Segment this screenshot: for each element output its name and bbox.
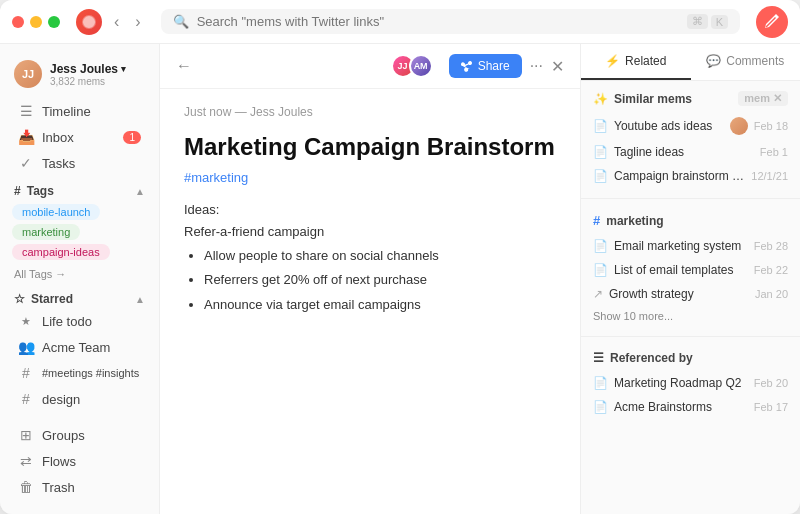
- bullet-1: Allow people to share on social channels: [204, 245, 556, 267]
- search-shortcut: ⌘ K: [687, 14, 728, 29]
- doc-back-button[interactable]: ←: [176, 57, 192, 75]
- back-button[interactable]: ‹: [110, 9, 123, 35]
- sidebar-item-label: Inbox: [42, 130, 74, 145]
- doc-body: Just now — Jess Joules Marketing Campaig…: [160, 89, 580, 514]
- similar-item-1[interactable]: 📄 Youtube ads ideas Feb 18: [593, 112, 788, 140]
- tags-section-label: # Tags: [14, 184, 54, 198]
- bullet-3: Announce via target email campaigns: [204, 294, 556, 316]
- doc-icon: 📄: [593, 119, 608, 133]
- ref-item-2[interactable]: 📄 Acme Brainstorms Feb 17: [593, 395, 788, 419]
- comments-icon: 💬: [706, 54, 721, 68]
- panel-divider-2: [581, 336, 800, 337]
- tab-comments[interactable]: 💬 Comments: [691, 44, 801, 80]
- minimize-traffic-light[interactable]: [30, 16, 42, 28]
- doc-collaborators: JJ AM: [391, 54, 433, 78]
- sidebar-item-groups[interactable]: ⊞ Groups: [4, 422, 155, 448]
- sidebar-item-tasks[interactable]: ✓ Tasks: [4, 150, 155, 176]
- inbox-badge: 1: [123, 131, 141, 144]
- similar-item-3[interactable]: 📄 Campaign brainstorm Q4 12/1/21: [593, 164, 788, 188]
- doc-content-area: ← JJ AM Share ··· ✕ Just now — Jess Joul…: [160, 44, 580, 514]
- star-item-icon: ★: [18, 313, 34, 329]
- sidebar-item-label: Trash: [42, 480, 75, 495]
- sidebar: JJ Jess Joules ▾ 3,832 mems ☰ Timeline 📥…: [0, 44, 160, 514]
- bullet-2: Referrers get 20% off of next purchase: [204, 269, 556, 291]
- trend-icon: ↗: [593, 287, 603, 301]
- hash-design-icon: #: [18, 391, 34, 407]
- main-layout: JJ Jess Joules ▾ 3,832 mems ☰ Timeline 📥…: [0, 0, 800, 514]
- panel-tabs: ⚡ Related 💬 Comments: [581, 44, 800, 81]
- doc-icon: 📄: [593, 400, 608, 414]
- sidebar-item-meetings-insights[interactable]: # #meetings #insights: [4, 360, 155, 386]
- sidebar-item-label: Timeline: [42, 104, 91, 119]
- collaborator-avatar-2: AM: [409, 54, 433, 78]
- sidebar-item-label: Flows: [42, 454, 76, 469]
- sidebar-item-label: Acme Team: [42, 340, 110, 355]
- starred-section-label: ☆ Starred: [14, 292, 73, 306]
- close-traffic-light[interactable]: [12, 16, 24, 28]
- sidebar-item-design[interactable]: # design: [4, 386, 155, 412]
- search-bar[interactable]: 🔍 ⌘ K: [161, 9, 740, 34]
- star-icon: ☆: [14, 292, 25, 306]
- show-more-link[interactable]: Show 10 more...: [593, 306, 788, 326]
- app-logo: [76, 9, 102, 35]
- search-input[interactable]: [197, 14, 679, 29]
- referenced-by-section: ☰ Referenced by 📄 Marketing Roadmap Q2 F…: [581, 341, 800, 425]
- forward-button[interactable]: ›: [131, 9, 144, 35]
- traffic-lights: [12, 16, 60, 28]
- sidebar-item-flows[interactable]: ⇄ Flows: [4, 448, 155, 474]
- compose-button[interactable]: [756, 6, 788, 38]
- doc-icon: 📄: [593, 263, 608, 277]
- panel-divider-1: [581, 198, 800, 199]
- doc-tag[interactable]: #marketing: [184, 170, 556, 185]
- doc-more-button[interactable]: ···: [530, 57, 543, 75]
- doc-icon: 📄: [593, 376, 608, 390]
- doc-icon: 📄: [593, 145, 608, 159]
- sidebar-item-trash[interactable]: 🗑 Trash: [4, 474, 155, 500]
- sidebar-item-timeline[interactable]: ☰ Timeline: [4, 98, 155, 124]
- wand-icon: ✨: [593, 92, 608, 106]
- doc-close-button[interactable]: ✕: [551, 57, 564, 76]
- doc-toolbar: ← JJ AM Share ··· ✕: [160, 44, 580, 89]
- starred-section-header[interactable]: ☆ Starred ▲: [0, 284, 159, 308]
- doc-icon: 📄: [593, 239, 608, 253]
- sidebar-item-label: design: [42, 392, 80, 407]
- maximize-traffic-light[interactable]: [48, 16, 60, 28]
- hash-icon: #: [593, 213, 600, 228]
- tag-mobile-launch[interactable]: mobile-launch: [12, 204, 100, 220]
- sidebar-item-inbox[interactable]: 📥 Inbox 1: [4, 124, 155, 150]
- tag-marketing[interactable]: marketing: [12, 224, 80, 240]
- hashtag-item-1[interactable]: 📄 Email marketing system Feb 28: [593, 234, 788, 258]
- sidebar-item-acme-team[interactable]: 👥 Acme Team: [4, 334, 155, 360]
- similar-mems-title: ✨ Similar mems mem ✕: [593, 91, 788, 106]
- tags-chevron: ▲: [135, 186, 145, 197]
- tags-section-header[interactable]: # Tags ▲: [0, 176, 159, 200]
- user-info: Jess Joules ▾ 3,832 mems: [50, 62, 126, 87]
- right-panel: ⚡ Related 💬 Comments ✨ Similar mems mem …: [580, 44, 800, 514]
- doc-meta: Just now — Jess Joules: [184, 105, 556, 119]
- search-icon: 🔍: [173, 14, 189, 29]
- tag-campaign-ideas[interactable]: campaign-ideas: [12, 244, 110, 260]
- doc-icon: 📄: [593, 169, 608, 183]
- starred-chevron: ▲: [135, 294, 145, 305]
- all-tags-link[interactable]: All Tags →: [0, 264, 159, 284]
- user-section[interactable]: JJ Jess Joules ▾ 3,832 mems: [0, 52, 159, 98]
- sidebar-item-label: #meetings #insights: [42, 367, 139, 379]
- doc-title[interactable]: Marketing Campaign Brainstorm: [184, 131, 556, 162]
- mem-badge: mem ✕: [738, 91, 788, 106]
- share-button[interactable]: Share: [449, 54, 522, 78]
- hashtag-item-3[interactable]: ↗ Growth strategy Jan 20: [593, 282, 788, 306]
- ref-item-1[interactable]: 📄 Marketing Roadmap Q2 Feb 20: [593, 371, 788, 395]
- tab-related[interactable]: ⚡ Related: [581, 44, 691, 80]
- doc-content-text[interactable]: Ideas: Refer-a-friend campaign Allow peo…: [184, 199, 556, 315]
- hashtag-item-2[interactable]: 📄 List of email templates Feb 22: [593, 258, 788, 282]
- hashtag-section: # marketing 📄 Email marketing system Feb…: [581, 203, 800, 332]
- avatar: JJ: [14, 60, 42, 88]
- hashtag-title: # marketing: [593, 213, 788, 228]
- people-icon: 👥: [18, 339, 34, 355]
- similar-item-2[interactable]: 📄 Tagline ideas Feb 1: [593, 140, 788, 164]
- titlebar: ‹ › 🔍 ⌘ K: [0, 0, 800, 44]
- sidebar-item-life-todo[interactable]: ★ Life todo: [4, 308, 155, 334]
- user-name: Jess Joules ▾: [50, 62, 126, 76]
- sidebar-item-label: Groups: [42, 428, 85, 443]
- timeline-icon: ☰: [18, 103, 34, 119]
